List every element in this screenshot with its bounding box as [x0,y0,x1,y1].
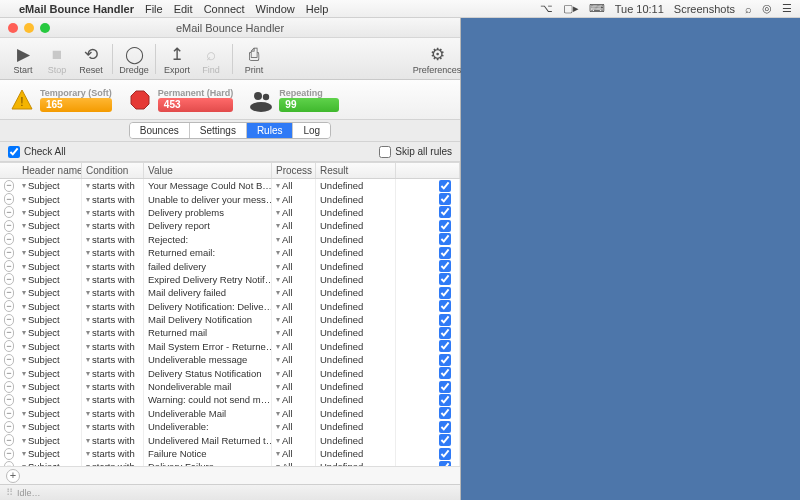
dropdown-arrow-icon[interactable]: ▾ [22,208,26,217]
dropdown-arrow-icon[interactable]: ▾ [276,355,280,364]
col-process[interactable]: Process [272,163,316,178]
dropdown-arrow-icon[interactable]: ▾ [276,395,280,404]
dropdown-arrow-icon[interactable]: ▾ [86,409,90,418]
start-button[interactable]: ▶Start [6,43,40,75]
col-condition[interactable]: Condition [82,163,144,178]
dropdown-arrow-icon[interactable]: ▾ [22,328,26,337]
table-row[interactable]: −▾Subject▾starts withUndelivered Mail Re… [0,433,460,446]
menubar-clock[interactable]: Tue 10:11 [615,3,664,15]
row-collapse-button[interactable]: − [4,220,14,232]
table-row[interactable]: −▾Subject▾starts withUnable to deliver y… [0,192,460,205]
dropdown-arrow-icon[interactable]: ▾ [22,221,26,230]
row-collapse-button[interactable]: − [4,434,14,446]
col-header-name[interactable]: Header name [18,163,82,178]
row-enabled-checkbox[interactable] [439,407,451,419]
print-button[interactable]: ⎙Print [237,43,271,75]
tab-settings[interactable]: Settings [190,123,247,138]
row-collapse-button[interactable]: − [4,180,14,192]
dropdown-arrow-icon[interactable]: ▾ [86,328,90,337]
dropdown-arrow-icon[interactable]: ▾ [276,302,280,311]
dropdown-arrow-icon[interactable]: ▾ [276,409,280,418]
row-enabled-checkbox[interactable] [439,354,451,366]
stop-button[interactable]: ■Stop [40,43,74,75]
siri-icon[interactable]: ◎ [762,2,772,15]
menu-file[interactable]: File [145,3,163,15]
row-enabled-checkbox[interactable] [439,367,451,379]
col-result[interactable]: Result [316,163,396,178]
dropdown-arrow-icon[interactable]: ▾ [276,262,280,271]
find-button[interactable]: ⌕Find [194,43,228,75]
dropdown-arrow-icon[interactable]: ▾ [276,235,280,244]
dredge-button[interactable]: ◯Dredge [117,43,151,75]
dropdown-arrow-icon[interactable]: ▾ [86,382,90,391]
dropdown-arrow-icon[interactable]: ▾ [86,369,90,378]
dropdown-arrow-icon[interactable]: ▾ [86,221,90,230]
row-enabled-checkbox[interactable] [439,273,451,285]
dropdown-arrow-icon[interactable]: ▾ [22,422,26,431]
dropdown-arrow-icon[interactable]: ▾ [276,248,280,257]
row-collapse-button[interactable]: − [4,260,14,272]
dropdown-arrow-icon[interactable]: ▾ [276,328,280,337]
row-enabled-checkbox[interactable] [439,434,451,446]
table-row[interactable]: −▾Subject▾starts withfailed delivery▾All… [0,259,460,272]
dropdown-arrow-icon[interactable]: ▾ [276,382,280,391]
row-enabled-checkbox[interactable] [439,421,451,433]
menu-help[interactable]: Help [306,3,329,15]
export-button[interactable]: ↥Export [160,43,194,75]
menu-window[interactable]: Window [256,3,295,15]
row-enabled-checkbox[interactable] [439,247,451,259]
table-row[interactable]: −▾Subject▾starts withWarning: could not … [0,393,460,406]
menu-connect[interactable]: Connect [204,3,245,15]
row-enabled-checkbox[interactable] [439,340,451,352]
dropdown-arrow-icon[interactable]: ▾ [276,275,280,284]
dropdown-arrow-icon[interactable]: ▾ [86,262,90,271]
dropdown-arrow-icon[interactable]: ▾ [86,315,90,324]
table-row[interactable]: −▾Subject▾starts withUndeliverable messa… [0,353,460,366]
dropdown-arrow-icon[interactable]: ▾ [22,342,26,351]
dropdown-arrow-icon[interactable]: ▾ [276,342,280,351]
row-collapse-button[interactable]: − [4,448,14,460]
dropdown-arrow-icon[interactable]: ▾ [86,288,90,297]
row-enabled-checkbox[interactable] [439,180,451,192]
table-row[interactable]: −▾Subject▾starts withReturned email:▾All… [0,246,460,259]
dropdown-arrow-icon[interactable]: ▾ [86,436,90,445]
dropdown-arrow-icon[interactable]: ▾ [22,275,26,284]
notification-center-icon[interactable]: ☰ [782,2,792,15]
table-row[interactable]: −▾Subject▾starts withDelivery Status Not… [0,366,460,379]
table-row[interactable]: −▾Subject▾starts withDelivery Notificati… [0,300,460,313]
row-collapse-button[interactable]: − [4,367,14,379]
row-collapse-button[interactable]: − [4,421,14,433]
dropdown-arrow-icon[interactable]: ▾ [86,302,90,311]
dropdown-arrow-icon[interactable]: ▾ [276,436,280,445]
add-rule-button[interactable]: + [6,469,20,483]
dropdown-arrow-icon[interactable]: ▾ [22,369,26,378]
dropdown-arrow-icon[interactable]: ▾ [22,235,26,244]
row-enabled-checkbox[interactable] [439,260,451,272]
table-row[interactable]: −▾Subject▾starts withDelivery problems▾A… [0,206,460,219]
row-collapse-button[interactable]: − [4,340,14,352]
dropdown-arrow-icon[interactable]: ▾ [276,208,280,217]
dropdown-arrow-icon[interactable]: ▾ [86,208,90,217]
dropdown-arrow-icon[interactable]: ▾ [22,409,26,418]
table-row[interactable]: −▾Subject▾starts withUndeliverable Mail▾… [0,407,460,420]
table-row[interactable]: −▾Subject▾starts withDelivery report▾All… [0,219,460,232]
check-all-checkbox[interactable] [8,146,20,158]
table-row[interactable]: −▾Subject▾starts withRejected:▾AllUndefi… [0,233,460,246]
table-row[interactable]: −▾Subject▾starts withMail System Error -… [0,340,460,353]
dropdown-arrow-icon[interactable]: ▾ [276,422,280,431]
table-row[interactable]: −▾Subject▾starts withFailure Notice▾AllU… [0,447,460,460]
table-row[interactable]: −▾Subject▾starts withExpired Delivery Re… [0,273,460,286]
dropdown-arrow-icon[interactable]: ▾ [22,302,26,311]
row-collapse-button[interactable]: − [4,287,14,299]
tab-log[interactable]: Log [293,123,330,138]
dropdown-arrow-icon[interactable]: ▾ [22,355,26,364]
input-source-icon[interactable]: ⌨︎ [589,2,605,15]
table-row[interactable]: −▾Subject▾starts withUndeliverable:▾AllU… [0,420,460,433]
dropdown-arrow-icon[interactable]: ▾ [86,248,90,257]
dropdown-arrow-icon[interactable]: ▾ [86,355,90,364]
col-value[interactable]: Value [144,163,272,178]
dropdown-arrow-icon[interactable]: ▾ [276,288,280,297]
row-enabled-checkbox[interactable] [439,193,451,205]
row-collapse-button[interactable]: − [4,327,14,339]
row-enabled-checkbox[interactable] [439,327,451,339]
